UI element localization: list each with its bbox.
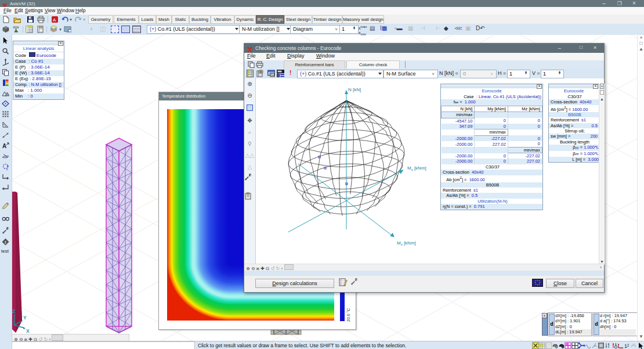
svg-text:2: 2 xyxy=(6,167,8,170)
svg-text:X: X xyxy=(26,328,30,334)
svg-text:My [kNm]: My [kNm] xyxy=(407,165,426,171)
svg-text:Z: Z xyxy=(12,308,15,314)
svg-text:1²: 1² xyxy=(624,343,629,349)
svg-text:Mz [kNm]: Mz [kNm] xyxy=(397,240,416,246)
svg-text:A: A xyxy=(2,143,6,149)
svg-text:Y: Y xyxy=(23,315,27,321)
svg-text:A: A xyxy=(53,17,56,23)
svg-text:N [kN]: N [kN] xyxy=(348,87,361,92)
svg-text:!: ! xyxy=(5,240,6,245)
svg-text:Go: Go xyxy=(271,74,275,77)
